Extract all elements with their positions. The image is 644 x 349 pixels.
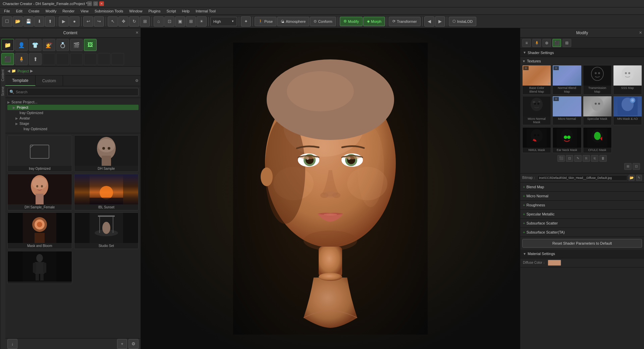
texture-ear-neck[interactable]: Ear Neck Mask — [552, 127, 581, 153]
menu-create[interactable]: Create — [26, 8, 42, 14]
texture-cfulc[interactable]: CFULC Mask — [583, 127, 612, 153]
micro-normal-header[interactable]: + Micro Normal — [520, 192, 644, 200]
move-button[interactable]: ✥ — [118, 16, 128, 27]
menu-edit[interactable]: Edit — [13, 8, 25, 14]
close-button[interactable]: ✕ — [99, 1, 104, 6]
custom-tab[interactable]: Custom — [36, 76, 63, 86]
texture-micro-normal[interactable]: ⊞ Micro Normal — [552, 96, 581, 126]
menu-submission-tools[interactable]: Submission Tools — [92, 8, 126, 14]
mod-icon-checkerboard[interactable]: ⊞ — [562, 39, 571, 47]
minimize-button[interactable]: ─ — [87, 1, 92, 6]
mod-icon-body[interactable]: ⊕ — [542, 39, 551, 47]
modify-button[interactable]: ⚙ Modify — [340, 17, 363, 26]
menu-internal-tool[interactable]: Internal Tool — [193, 8, 218, 14]
menu-render[interactable]: Render — [60, 8, 77, 14]
specular-metallic-header[interactable]: + Specular Metallic — [520, 210, 644, 218]
menu-file[interactable]: File — [1, 8, 13, 14]
cloth-btn[interactable]: 👕 — [29, 39, 42, 51]
avatars-btn[interactable]: 👤 — [15, 39, 28, 51]
save-button[interactable]: 💾 — [23, 16, 34, 27]
instalod-button[interactable]: ⬡ InstaLOD — [449, 17, 476, 26]
animation-btn[interactable]: 🎬 — [70, 39, 83, 51]
import-content-button[interactable]: ⚙ — [128, 339, 139, 349]
atmosphere-button[interactable]: 🌤 Atmosphere — [277, 17, 309, 26]
project-btn[interactable]: ⬛ — [1, 53, 14, 65]
roughness-header[interactable]: + Roughness — [520, 201, 644, 209]
tex-action-add[interactable]: ⬛ — [557, 155, 565, 162]
camera-button[interactable]: ⊡ — [164, 16, 174, 27]
search-input[interactable] — [7, 88, 139, 96]
subsurface-scatter-ta-header[interactable]: + Subsurface Scatter(TA) — [520, 228, 644, 237]
export-button[interactable]: ⬆ — [45, 16, 55, 27]
scene-side-label[interactable]: Scene — [0, 84, 5, 99]
nav-path[interactable]: Project — [17, 69, 29, 73]
maximize-button[interactable]: □ — [93, 1, 98, 6]
tree-item-avatar[interactable]: ▶ Avatar — [7, 115, 139, 121]
transformer-button[interactable]: ⟳ Transformer — [389, 17, 421, 26]
grid-item-dark-figure[interactable] — [7, 251, 72, 284]
tree-item-scene[interactable]: ▶ Scene Project... — [7, 99, 139, 105]
grid-item-dh-sample-female[interactable]: DH Sample_Female — [7, 174, 72, 210]
grid-item-studio[interactable]: Studio Set — [74, 212, 139, 249]
home-button[interactable]: ⌂ — [154, 16, 164, 27]
texture-micro-normal-mask[interactable]: Micro NormalMask — [522, 96, 551, 126]
menu-script[interactable]: Script — [164, 8, 178, 14]
blend-map-header[interactable]: + Blend Map — [520, 183, 644, 191]
nav-left-button[interactable]: ◀ — [424, 16, 434, 27]
menu-help[interactable]: Help — [179, 8, 193, 14]
mod-icon-sliders[interactable]: ≡ — [522, 39, 531, 47]
reset-shader-button[interactable]: Reset Shader Parameters to Default — [522, 239, 642, 248]
menu-modify[interactable]: Modify — [43, 8, 59, 14]
texture-mn-ao[interactable]: MN Mask & AO — [613, 96, 642, 126]
content-close-button[interactable]: ✕ — [136, 31, 139, 35]
play-button[interactable]: ▶ — [59, 16, 69, 27]
import-button[interactable]: ⬇ — [34, 16, 44, 27]
menu-view[interactable]: View — [78, 8, 91, 14]
pose-button[interactable]: 🚶 Pose — [255, 17, 276, 26]
redo-button[interactable]: ↪ — [94, 16, 104, 27]
texture-base-color[interactable]: ⊞ ⊡ Base ColorBlend Map — [522, 65, 551, 95]
grid-item-mask-bloom[interactable]: Mask and Bloom — [7, 212, 72, 249]
texture-specular-mask[interactable]: Specular Mask — [583, 96, 612, 126]
content-side-label[interactable]: Content — [0, 67, 5, 84]
accessory-btn[interactable]: 💍 — [56, 39, 69, 51]
menu-window[interactable]: Window — [126, 8, 145, 14]
scale-button[interactable]: ⊞ — [140, 16, 150, 27]
template-tab[interactable]: Template — [5, 76, 36, 86]
conform-button[interactable]: ⊙ Conform — [310, 17, 336, 26]
scroll-down-button[interactable]: ↓ — [7, 339, 17, 349]
bitmap-edit-button[interactable]: ✎ — [636, 175, 642, 181]
subsurface-scatter-header[interactable]: + Subsurface Scatter — [520, 219, 644, 228]
rotate-button[interactable]: ↻ — [129, 16, 139, 27]
texture-sss[interactable]: SSS Map — [613, 65, 642, 95]
menu-plugins[interactable]: Plugins — [146, 8, 163, 14]
tree-item-stage[interactable]: ▶ Stage — [7, 121, 139, 126]
texture-transmission[interactable]: TransmissionMap — [583, 65, 612, 95]
scene-btn[interactable]: 📁 — [1, 39, 14, 51]
bitmap-browse-button[interactable]: 📂 — [629, 175, 635, 181]
record-button[interactable]: ● — [69, 16, 79, 27]
person-btn[interactable]: 🧍 — [15, 53, 28, 65]
grid-item-ibl-sunset[interactable]: IBL Sunset — [74, 174, 139, 210]
diffuse-color-swatch[interactable] — [548, 260, 561, 266]
hair-btn[interactable]: 💇 — [43, 39, 55, 51]
nav-right-button[interactable]: ▶ — [435, 16, 445, 27]
tex-action-delete[interactable]: 🗑 — [599, 155, 607, 162]
frame-button[interactable]: ▣ — [175, 16, 185, 27]
quality-dropdown[interactable]: High ▼ — [210, 17, 237, 26]
scene2-btn[interactable]: 🖼 — [84, 39, 97, 51]
open-button[interactable]: 📂 — [13, 16, 23, 27]
texture-normal-blend[interactable]: ⊞ Normal BlendMap — [552, 65, 581, 95]
mod-icon-person[interactable]: 🧍 — [532, 39, 541, 47]
texture-nmul[interactable]: NMUL Mask — [522, 127, 551, 153]
add-content-button[interactable]: + — [117, 339, 127, 349]
select-button[interactable]: ↖ — [108, 16, 118, 27]
light-button[interactable]: ☀ — [197, 16, 207, 27]
tex-action-edit[interactable]: ✎ — [574, 155, 582, 162]
tree-item-project[interactable]: ▶ Project — [7, 105, 139, 110]
import-small-btn[interactable]: ⬆ — [29, 53, 42, 65]
sun-button[interactable]: ✦ — [241, 16, 251, 27]
grid-item-dh-sample[interactable]: DH Sample — [74, 135, 139, 172]
mod-icon-texture[interactable]: ⬛ — [552, 39, 561, 47]
tex-action-extra2[interactable]: ⊡ — [633, 163, 640, 170]
